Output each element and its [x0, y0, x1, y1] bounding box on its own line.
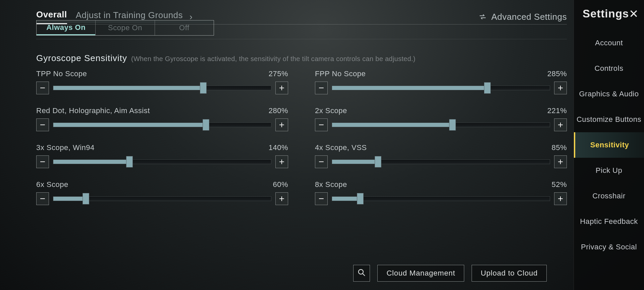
slider-label: 6x Scope	[36, 180, 68, 189]
seg-label: Always On	[46, 23, 86, 32]
slider-thumb[interactable]	[375, 156, 381, 167]
increase-button[interactable]: +	[554, 118, 567, 131]
sidebar-item-pick-up[interactable]: Pick Up	[574, 158, 644, 183]
sidebar-item-graphics-audio[interactable]: Graphics & Audio	[574, 81, 644, 107]
section-title: Gyroscope Sensitivity	[36, 53, 127, 63]
slider-fpp-no-scope: FPP No Scope285%−+	[315, 69, 567, 94]
increase-button[interactable]: +	[554, 82, 567, 94]
increase-button[interactable]: +	[554, 155, 567, 168]
slider-track[interactable]	[332, 195, 550, 202]
sidebar-item-haptic-feedback[interactable]: Haptic Feedback	[574, 209, 644, 234]
slider-header: 2x Scope221%	[315, 106, 567, 115]
slider-3x-scope-win94: 3x Scope, Win94140%−+	[36, 143, 288, 168]
sidebar-item-label: Pick Up	[596, 166, 622, 175]
slider-track[interactable]	[53, 121, 271, 129]
swap-icon	[479, 13, 487, 21]
sidebar-item-label: Privacy & Social	[581, 243, 637, 251]
slider-label: TPP No Scope	[36, 69, 87, 78]
seg-label: Off	[179, 23, 189, 32]
section-header: Gyroscope Sensitivity (When the Gyroscop…	[36, 53, 567, 63]
close-icon[interactable]: ✕	[629, 8, 638, 19]
sidebar-item-customize-buttons[interactable]: Customize Buttons	[574, 107, 644, 132]
slider-value: 60%	[273, 180, 288, 189]
sidebar-item-label: Customize Buttons	[577, 115, 641, 124]
slider-value: 280%	[269, 106, 288, 115]
slider-row: −+	[36, 82, 288, 94]
bottom-bar: Cloud Management Upload to Cloud	[0, 256, 567, 290]
slider-track[interactable]	[53, 84, 271, 92]
increase-button[interactable]: +	[275, 118, 288, 131]
sidebar-item-account[interactable]: Account	[574, 30, 644, 56]
decrease-button[interactable]: −	[36, 192, 49, 205]
decrease-button[interactable]: −	[36, 118, 49, 131]
increase-button[interactable]: +	[275, 155, 288, 168]
slider-thumb[interactable]	[203, 119, 209, 131]
slider-header: TPP No Scope275%	[36, 69, 288, 78]
search-button[interactable]	[353, 265, 370, 282]
sidebar-item-label: Account	[595, 39, 623, 47]
slider-label: Red Dot, Holographic, Aim Assist	[36, 106, 150, 115]
slider-grid: TPP No Scope275%−+FPP No Scope285%−+Red …	[36, 69, 567, 205]
slider-label: 3x Scope, Win94	[36, 143, 95, 152]
clip-overlay	[37, 20, 95, 23]
seg-scope-on[interactable]: Scope On	[95, 20, 154, 35]
slider-4x-scope-vss: 4x Scope, VSS85%−+	[315, 143, 567, 168]
decrease-button[interactable]: −	[36, 82, 49, 94]
increase-button[interactable]: +	[275, 192, 288, 205]
increase-button[interactable]: +	[275, 82, 288, 94]
sidebar-item-label: Sensitivity	[590, 141, 629, 149]
divider	[36, 39, 567, 39]
sidebar-item-controls[interactable]: Controls	[574, 56, 644, 81]
slider-label: 2x Scope	[315, 106, 347, 115]
slider-row: −+	[315, 82, 567, 94]
slider-track[interactable]	[332, 121, 550, 129]
slider-thumb[interactable]	[126, 156, 133, 167]
slider-track[interactable]	[53, 195, 271, 202]
slider-header: FPP No Scope285%	[315, 69, 567, 78]
slider-track[interactable]	[332, 84, 550, 92]
slider-thumb[interactable]	[484, 82, 491, 94]
slider-value: 85%	[551, 143, 567, 152]
cloud-management-button[interactable]: Cloud Management	[377, 265, 464, 282]
slider-thumb[interactable]	[357, 193, 364, 204]
slider-thumb[interactable]	[83, 193, 89, 204]
slider-2x-scope: 2x Scope221%−+	[315, 106, 567, 131]
sidebar-item-label: Graphics & Audio	[579, 90, 639, 98]
sidebar-item-privacy-social[interactable]: Privacy & Social	[574, 234, 644, 260]
search-icon	[357, 268, 366, 278]
sidebar-item-crosshair[interactable]: Crosshair	[574, 183, 644, 209]
slider-label: 8x Scope	[315, 180, 347, 189]
clip-overlay	[96, 20, 154, 23]
slider-value: 140%	[269, 143, 288, 152]
decrease-button[interactable]: −	[315, 155, 328, 168]
slider-value: 285%	[547, 69, 567, 78]
slider-track[interactable]	[332, 158, 550, 165]
seg-off[interactable]: Off	[155, 20, 214, 35]
slider-red-dot-holographic-aim-assist: Red Dot, Holographic, Aim Assist280%−+	[36, 106, 288, 131]
decrease-button[interactable]: −	[315, 192, 328, 205]
slider-row: −+	[315, 118, 567, 131]
slider-8x-scope: 8x Scope52%−+	[315, 180, 567, 205]
advanced-settings-label: Advanced Settings	[491, 12, 567, 22]
slider-row: −+	[36, 155, 288, 168]
slider-track[interactable]	[53, 158, 271, 165]
seg-always-on[interactable]: Always On	[37, 20, 95, 35]
decrease-button[interactable]: −	[315, 118, 328, 131]
sidebar-item-sensitivity[interactable]: Sensitivity	[574, 132, 644, 158]
sidebar-header: Settings ✕	[574, 0, 644, 23]
decrease-button[interactable]: −	[315, 82, 328, 94]
clip-overlay	[155, 20, 214, 23]
upload-to-cloud-button[interactable]: Upload to Cloud	[472, 265, 547, 282]
page-title: Settings	[583, 7, 629, 20]
slider-header: 3x Scope, Win94140%	[36, 143, 288, 152]
increase-button[interactable]: +	[554, 192, 567, 205]
decrease-button[interactable]: −	[36, 155, 49, 168]
slider-thumb[interactable]	[200, 82, 207, 94]
slider-label: FPP No Scope	[315, 69, 366, 78]
slider-tpp-no-scope: TPP No Scope275%−+	[36, 69, 288, 94]
slider-thumb[interactable]	[449, 119, 456, 131]
slider-label: 4x Scope, VSS	[315, 143, 367, 152]
slider-value: 52%	[551, 180, 567, 189]
advanced-settings-link[interactable]: Advanced Settings	[479, 12, 567, 22]
slider-header: 8x Scope52%	[315, 180, 567, 189]
